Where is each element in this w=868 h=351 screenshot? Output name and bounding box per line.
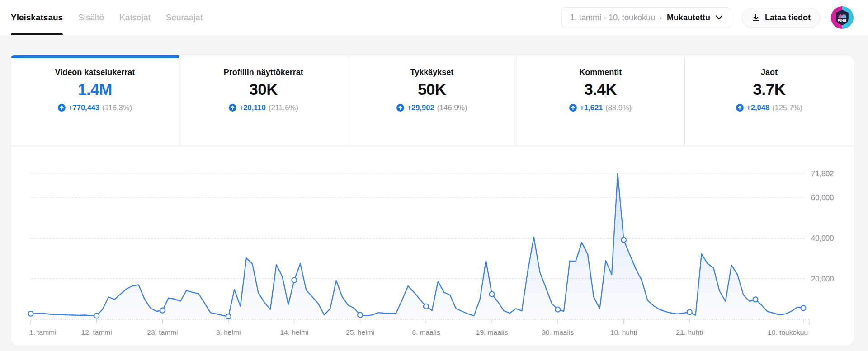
svg-text:10. huhti: 10. huhti (610, 328, 637, 336)
active-card-indicator (11, 55, 179, 58)
tab-yleiskatsaus[interactable]: Yleiskatsaus (11, 0, 63, 35)
date-range-text: 1. tammi - 10. toukokuu (570, 13, 655, 23)
download-button-label: Lataa tiedot (765, 13, 811, 23)
arrow-up-circle-icon (396, 104, 404, 112)
metric-cards-row: Videon katselukerrat 1.4M +770,443 (116.… (11, 55, 854, 146)
svg-text:20,000: 20,000 (811, 275, 834, 283)
topbar-actions: 1. tammi - 10. toukokuu · Mukautettu Lat… (561, 0, 854, 35)
arrow-up-circle-icon (569, 104, 577, 112)
metric-value: 30K (179, 80, 348, 98)
tab-katsojat[interactable]: Katsojat (119, 0, 151, 35)
metric-value: 1.4M (11, 80, 179, 98)
metric-card-likes[interactable]: Tykkäykset 50K +29,902 (146.9%) (348, 55, 517, 146)
svg-text:25. helmi: 25. helmi (346, 328, 374, 336)
metric-card-shares[interactable]: Jaot 3.7K +2,048 (125.7%) (685, 55, 854, 146)
metric-title: Profiilin näyttökerrat (179, 68, 348, 77)
date-range-picker[interactable]: 1. tammi - 10. toukokuu · Mukautettu (561, 7, 731, 28)
metric-title: Kommentit (516, 68, 684, 77)
metric-card-comments[interactable]: Kommentit 3.4K +1,621 (88.9%) (516, 55, 685, 146)
delta-percent: (146.9%) (437, 103, 467, 112)
chevron-down-icon (716, 15, 722, 20)
metric-title: Videon katselukerrat (11, 68, 179, 77)
metric-delta: +1,621 (88.9%) (516, 103, 684, 112)
svg-text:8. maalis: 8. maalis (412, 328, 440, 336)
date-separator: · (660, 13, 662, 23)
delta-value: +29,902 (407, 103, 434, 112)
tab-sisalto[interactable]: Sisältö (78, 0, 104, 35)
date-mode-label: Mukautettu (667, 13, 710, 23)
tab-seuraajat[interactable]: Seuraajat (166, 0, 203, 35)
arrow-up-circle-icon (58, 104, 66, 112)
delta-percent: (88.9%) (605, 103, 632, 112)
metric-value: 50K (348, 80, 516, 98)
metric-card-video-views[interactable]: Videon katselukerrat 1.4M +770,443 (116.… (11, 55, 179, 146)
svg-text:1. tammi: 1. tammi (29, 328, 56, 336)
metric-value: 3.7K (685, 80, 854, 98)
svg-text:14. helmi: 14. helmi (280, 328, 308, 336)
delta-percent: (211.6%) (269, 103, 298, 112)
svg-text:40,000: 40,000 (811, 234, 834, 242)
metric-card-profile-views[interactable]: Profiilin näyttökerrat 30K +20,110 (211.… (179, 55, 348, 146)
svg-text:21. huhti: 21. huhti (676, 328, 703, 336)
download-data-button[interactable]: Lataa tiedot (742, 8, 820, 28)
metric-value: 3.4K (516, 80, 684, 98)
delta-percent: (116.3%) (102, 103, 132, 112)
top-nav-bar: Yleiskatsaus Sisältö Katsojat Seuraajat … (0, 0, 868, 35)
metric-title: Jaot (685, 68, 854, 77)
metric-delta: +20,110 (211.6%) (179, 103, 348, 112)
delta-value: +2,048 (746, 103, 769, 112)
svg-text:10. toukokuu: 10. toukokuu (768, 328, 808, 336)
download-icon (751, 13, 760, 22)
svg-text:60,000: 60,000 (811, 193, 834, 201)
avatar-text: FINE (838, 19, 847, 23)
delta-value: +20,110 (239, 103, 266, 112)
video-views-trend-chart[interactable]: 71,80260,00040,00020,0001. tammi12. tamm… (0, 149, 868, 351)
avatar-badge: FINE (835, 9, 849, 26)
svg-text:12. tammi: 12. tammi (81, 328, 112, 336)
metric-title: Tykkäykset (348, 68, 516, 77)
delta-value: +1,621 (580, 103, 603, 112)
profile-avatar[interactable]: FINE (831, 6, 854, 29)
arrow-up-circle-icon (736, 104, 744, 112)
analytics-page: { "tabs": [ {"label": "Yleiskatsaus", "a… (0, 0, 868, 351)
metric-delta: +2,048 (125.7%) (685, 103, 854, 112)
svg-text:23. tammi: 23. tammi (147, 328, 178, 336)
metric-delta: +770,443 (116.3%) (11, 103, 179, 112)
arrow-up-circle-icon (229, 104, 236, 112)
delta-value: +770,443 (68, 103, 99, 112)
metric-delta: +29,902 (146.9%) (348, 103, 516, 112)
delta-percent: (125.7%) (772, 103, 802, 112)
svg-text:71,802: 71,802 (811, 169, 834, 178)
svg-text:19. maalis: 19. maalis (476, 328, 508, 336)
nav-tabs: Yleiskatsaus Sisältö Katsojat Seuraajat (11, 0, 203, 35)
svg-text:30. maalis: 30. maalis (542, 328, 574, 336)
svg-text:3. helmi: 3. helmi (216, 328, 241, 336)
